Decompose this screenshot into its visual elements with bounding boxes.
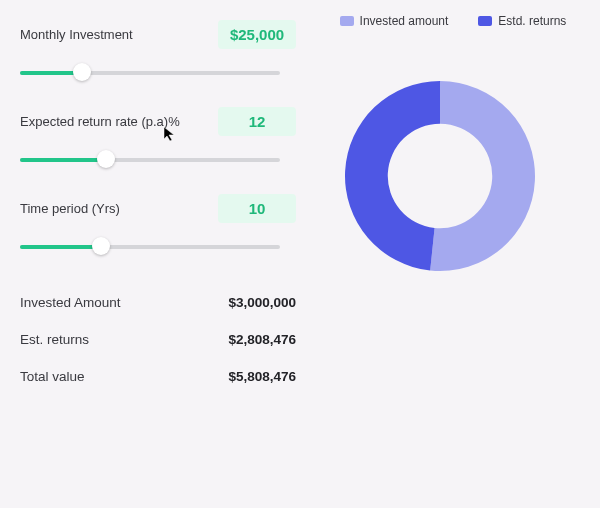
- results-panel: Invested Amount $3,000,000 Est. returns …: [20, 295, 296, 384]
- inputs-panel: Monthly Investment $25,000 Expected retu…: [0, 0, 320, 508]
- donut-slice: [345, 81, 440, 270]
- time-period-label: Time period (Yrs): [20, 201, 120, 216]
- result-invested: Invested Amount $3,000,000: [20, 295, 296, 310]
- monthly-investment-slider[interactable]: [20, 65, 280, 79]
- expected-return-label: Expected return rate (p.a)%: [20, 114, 180, 129]
- chart-panel: Invested amount Estd. returns: [320, 0, 600, 508]
- time-period-value[interactable]: 10: [218, 194, 296, 223]
- param-monthly-investment: Monthly Investment $25,000: [20, 20, 296, 49]
- param-expected-return: Expected return rate (p.a)% 12: [20, 107, 296, 136]
- sip-calculator: Monthly Investment $25,000 Expected retu…: [0, 0, 600, 508]
- legend-swatch-invested: [340, 16, 354, 26]
- chart-legend: Invested amount Estd. returns: [330, 14, 576, 28]
- legend-item-returns: Estd. returns: [478, 14, 566, 28]
- param-time-period: Time period (Yrs) 10: [20, 194, 296, 223]
- time-period-slider[interactable]: [20, 239, 280, 253]
- legend-item-invested: Invested amount: [340, 14, 449, 28]
- expected-return-slider[interactable]: [20, 152, 280, 166]
- result-total: Total value $5,808,476: [20, 369, 296, 384]
- result-returns: Est. returns $2,808,476: [20, 332, 296, 347]
- monthly-investment-label: Monthly Investment: [20, 27, 133, 42]
- donut-chart: [330, 66, 550, 286]
- monthly-investment-value[interactable]: $25,000: [218, 20, 296, 49]
- legend-swatch-returns: [478, 16, 492, 26]
- donut-slice: [430, 81, 535, 271]
- expected-return-value[interactable]: 12: [218, 107, 296, 136]
